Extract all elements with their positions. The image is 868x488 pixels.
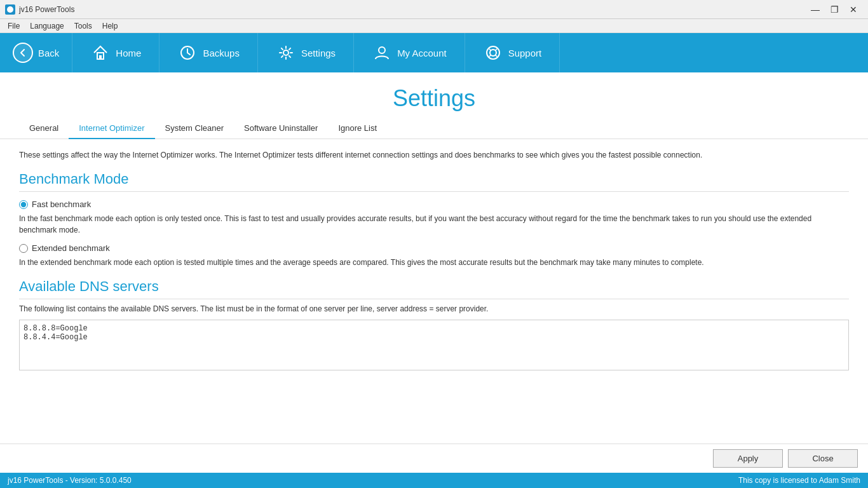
nav-backups[interactable]: Backups: [159, 33, 258, 72]
close-button[interactable]: ✕: [844, 0, 863, 19]
tab-system-cleaner[interactable]: System Cleaner: [155, 118, 234, 139]
nav-home-label: Home: [116, 48, 141, 58]
gear-icon: [276, 43, 296, 63]
content-description: These settings affect the way the Intern…: [19, 149, 849, 161]
svg-point-6: [487, 46, 499, 59]
nav-back[interactable]: Back: [0, 33, 72, 72]
nav-myaccount[interactable]: My Account: [354, 33, 465, 72]
app-title: jv16 PowerTools: [19, 5, 74, 14]
extended-benchmark-label[interactable]: Extended benchmark: [32, 243, 110, 253]
svg-point-5: [379, 47, 385, 53]
tab-internet-optimizer[interactable]: Internet Optimizer: [69, 118, 154, 139]
extended-benchmark-desc: In the extended benchmark mode each opti…: [19, 257, 849, 268]
nav-bar: Back Home Backups Settings: [0, 33, 868, 72]
apply-button[interactable]: Apply: [713, 449, 783, 468]
nav-support[interactable]: Support: [465, 33, 560, 72]
extended-benchmark-radio[interactable]: [19, 244, 28, 253]
tab-ignore-list[interactable]: Ignore List: [328, 118, 387, 139]
svg-point-0: [7, 6, 13, 13]
extended-benchmark-option: Extended benchmark: [19, 243, 849, 253]
title-bar: jv16 PowerTools — ❐ ✕: [0, 0, 868, 19]
content-area: These settings affect the way the Intern…: [0, 139, 868, 444]
nav-backups-label: Backups: [203, 48, 240, 58]
fast-benchmark-option: Fast benchmark: [19, 200, 849, 209]
support-icon: [483, 43, 503, 63]
status-left: jv16 PowerTools - Version: 5.0.0.450: [8, 476, 132, 485]
menu-tools[interactable]: Tools: [69, 20, 97, 32]
dns-section-title: Available DNS servers: [19, 278, 849, 299]
dns-servers-textarea[interactable]: 8.8.8.8=Google 8.8.4.4=Google: [19, 320, 849, 370]
bottom-bar: Apply Close: [0, 444, 868, 473]
app-icon: [5, 4, 15, 15]
clock-icon: [177, 43, 198, 63]
tabs: General Internet Optimizer System Cleane…: [0, 118, 868, 139]
nav-settings[interactable]: Settings: [258, 33, 354, 72]
fast-benchmark-radio[interactable]: [19, 200, 28, 209]
benchmark-section-title: Benchmark Mode: [19, 171, 849, 192]
back-icon: [13, 43, 33, 63]
menu-help[interactable]: Help: [97, 20, 123, 32]
nav-home[interactable]: Home: [72, 33, 159, 72]
close-button-bottom[interactable]: Close: [788, 449, 858, 468]
menu-bar: File Language Tools Help: [0, 19, 868, 33]
content-scroll[interactable]: These settings affect the way the Intern…: [0, 139, 868, 444]
nav-settings-label: Settings: [301, 48, 336, 58]
fast-benchmark-label[interactable]: Fast benchmark: [32, 200, 91, 209]
tab-general[interactable]: General: [19, 118, 69, 139]
menu-file[interactable]: File: [3, 20, 25, 32]
status-bar: jv16 PowerTools - Version: 5.0.0.450 Thi…: [0, 473, 868, 488]
menu-language[interactable]: Language: [25, 20, 69, 32]
dns-description: The following list contains the availabl…: [19, 304, 849, 313]
svg-line-10: [489, 55, 491, 57]
minimize-button[interactable]: —: [806, 0, 825, 19]
svg-line-11: [495, 55, 497, 57]
svg-line-9: [495, 49, 497, 51]
user-icon: [372, 43, 392, 63]
title-bar-left: jv16 PowerTools: [5, 4, 74, 15]
tab-software-uninstaller[interactable]: Software Uninstaller: [234, 118, 328, 139]
svg-point-4: [283, 50, 288, 55]
page-title: Settings: [0, 72, 868, 118]
status-right: This copy is licensed to Adam Smith: [738, 476, 860, 485]
nav-back-label: Back: [38, 48, 59, 58]
svg-line-8: [489, 49, 491, 51]
nav-myaccount-label: My Account: [397, 48, 447, 58]
maximize-button[interactable]: ❐: [825, 0, 844, 19]
main-content: Settings General Internet Optimizer Syst…: [0, 72, 868, 473]
nav-support-label: Support: [508, 48, 542, 58]
window-controls: — ❐ ✕: [806, 0, 863, 19]
home-icon: [90, 43, 111, 63]
svg-rect-2: [99, 55, 102, 59]
fast-benchmark-desc: In the fast benchmark mode each option i…: [19, 213, 849, 236]
